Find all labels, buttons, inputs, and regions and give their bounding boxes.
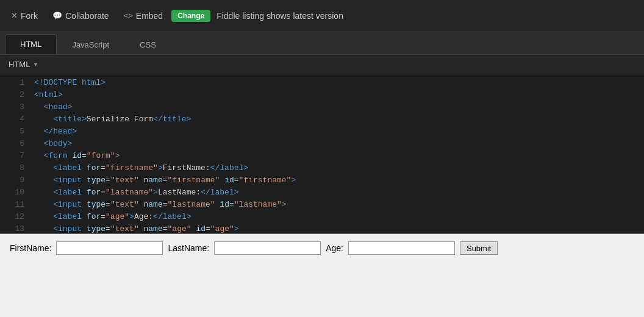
collaborate-icon: 💬	[52, 11, 62, 20]
lastname-label: LastName:	[168, 243, 209, 253]
html-label-bar[interactable]: HTML ▼	[0, 55, 644, 74]
age-input[interactable]	[348, 241, 455, 255]
collaborate-label: Collaborate	[65, 11, 109, 21]
tab-html[interactable]: HTML	[5, 34, 57, 54]
code-line-11: 11 <input type="text" name="lastname" id…	[0, 199, 644, 211]
age-label: Age:	[326, 243, 343, 253]
code-line-10: 10 <label for="lastname">LastName:</labe…	[0, 187, 644, 199]
fork-label: Fork	[21, 11, 38, 21]
tab-javascript[interactable]: JavaScript	[57, 35, 124, 54]
embed-label: Embed	[136, 11, 163, 21]
lastname-input[interactable]	[214, 241, 321, 255]
html-dropdown-arrow: ▼	[32, 61, 38, 68]
code-line-7: 7 <form id="form">	[0, 150, 644, 162]
code-line-2: 2 <html>	[0, 89, 644, 101]
fiddle-info-text: Fiddle listing shows latest version	[216, 11, 343, 21]
change-badge[interactable]: Change	[171, 10, 210, 22]
code-line-5: 5 </head>	[0, 126, 644, 138]
preview-form: FirstName: LastName: Age: Submit	[10, 241, 498, 255]
code-line-6: 6 <body>	[0, 138, 644, 150]
tab-css[interactable]: CSS	[124, 35, 171, 54]
code-line-1: 1 <!DOCTYPE html>	[0, 77, 644, 89]
html-label-text: HTML	[9, 60, 30, 69]
embed-button[interactable]: <> Embed	[118, 7, 170, 24]
code-line-3: 3 <head>	[0, 101, 644, 113]
code-line-13: 13 <input type="text" name="age" id="age…	[0, 223, 644, 233]
code-line-8: 8 <label for="firstname">FirstName:</lab…	[0, 162, 644, 174]
firstname-label: FirstName:	[10, 243, 51, 253]
firstname-input[interactable]	[56, 241, 163, 255]
code-line-4: 4 <title>Serialize Form</title>	[0, 113, 644, 126]
preview-area: FirstName: LastName: Age: Submit	[0, 233, 644, 297]
code-line-9: 9 <input type="text" name="firstname" id…	[0, 174, 644, 187]
fork-button[interactable]: ✕ Fork	[5, 7, 44, 24]
toolbar: ✕ Fork 💬 Collaborate <> Embed Change Fid…	[0, 0, 644, 32]
submit-button[interactable]: Submit	[460, 241, 498, 255]
embed-icon: <>	[124, 11, 133, 20]
code-editor[interactable]: 1 <!DOCTYPE html> 2 <html> 3 <head> 4 <t…	[0, 74, 644, 233]
fork-icon: ✕	[11, 11, 18, 20]
tabs-row: HTML JavaScript CSS	[0, 32, 644, 55]
collaborate-button[interactable]: 💬 Collaborate	[46, 7, 115, 24]
bottom-empty-area: ↖	[0, 297, 644, 317]
code-line-12: 12 <label for="age">Age:</label>	[0, 211, 644, 223]
